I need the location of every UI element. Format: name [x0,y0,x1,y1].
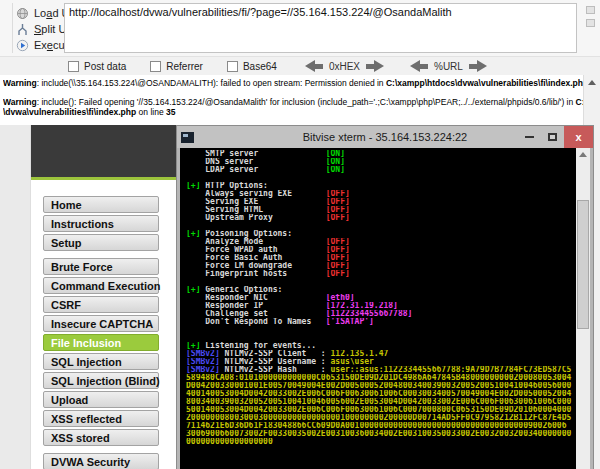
sidebar-item-sql-injection-blind-[interactable]: SQL Injection (Blind) [43,372,159,389]
sidebar-item-upload[interactable]: Upload [43,391,159,408]
sidebar-item-setup[interactable]: Setup [43,234,159,251]
sidebar-item-xss-stored[interactable]: XSS stored [43,429,159,446]
php-warning: Warning: include(\\35.164.153.224\@OSAND… [3,78,599,89]
screen: Load URL Split URL Execute http://localh… [0,0,600,469]
hex-label: 0xHEX [329,61,360,72]
sidebar-item-xss-reflected[interactable]: XSS reflected [43,410,159,427]
hex-encode-arrow-icon[interactable] [366,60,384,72]
sidebar-item-insecure-captcha[interactable]: Insecure CAPTCHA [43,315,159,332]
sidebar-item-command-execution[interactable]: Command Execution [43,277,159,294]
split-icon [16,22,29,35]
url-encode-arrow-icon[interactable] [469,60,487,72]
bitvise-xterm-window: Bitvise xterm - 35.164.153.224:22 x SMTP… [176,125,594,469]
base64-label: Base64 [243,61,277,72]
base64-option: Base64 [227,61,277,72]
textarea-scroll-up-icon[interactable] [586,6,595,14]
menu-group: DVWA Security [43,453,159,469]
base64-checkbox[interactable] [227,61,238,72]
sidebar-item-sql-injection[interactable]: SQL Injection [43,353,159,370]
play-icon [16,38,29,51]
referrer-checkbox[interactable] [150,61,161,72]
php-warnings: Warning: include(\\35.164.153.224\@OSAND… [3,78,599,126]
post-data-checkbox[interactable] [68,61,79,72]
menu-group: HomeInstructionsSetup [43,196,159,251]
hackbar-options-row: Post data Referrer Base64 0xHEX %URL [0,56,600,75]
url-input[interactable]: http://localhost/dvwa/vulnerabilities/fi… [64,3,577,53]
sidebar-item-home[interactable]: Home [43,196,159,213]
terminal-scrollbar[interactable] [576,148,590,469]
globe-icon [16,6,29,19]
dvwa-page-gutter [0,125,31,469]
referrer-label: Referrer [166,61,203,72]
php-warning: Warning: include(): Failed opening '//35… [3,97,599,118]
toolbar-divider [12,3,13,53]
minimize-button[interactable] [518,126,541,148]
sidebar-item-file-inclusion[interactable]: File Inclusion [43,334,159,351]
hex-encoder-group: 0xHEX [305,60,384,72]
hackbar-toolbar: Load URL Split URL Execute http://localh… [0,0,600,75]
url-decode-arrow-icon[interactable] [410,60,428,72]
dvwa-sidebar: HomeInstructionsSetupBrute ForceCommand … [43,196,159,469]
hex-decode-arrow-icon[interactable] [305,60,323,72]
url-encode-label: %URL [434,61,463,72]
sidebar-item-brute-force[interactable]: Brute Force [43,258,159,275]
scroll-up-arrow-icon[interactable] [588,80,596,85]
post-data-label: Post data [84,61,126,72]
window-controls: x [518,126,593,148]
maximize-button[interactable] [541,126,564,148]
post-data-option: Post data [68,61,126,72]
url-encoder-group: %URL [410,60,487,72]
sidebar-item-dvwa-security[interactable]: DVWA Security [43,453,159,469]
terminal-output: SMTP server [ON] DNS server [ON] LDAP se… [186,150,576,446]
terminal-scroll-up-icon[interactable] [579,152,587,157]
terminal-scroll-thumb[interactable] [577,200,589,329]
sidebar-item-instructions[interactable]: Instructions [43,215,159,232]
terminal-titlebar[interactable]: Bitvise xterm - 35.164.153.224:22 x [177,126,593,148]
sidebar-item-csrf[interactable]: CSRF [43,296,159,313]
terminal-client-area: SMTP server [ON] DNS server [ON] LDAP se… [180,148,590,469]
referrer-option: Referrer [150,61,203,72]
textarea-scroll-down-icon[interactable] [586,19,595,27]
menu-group: Brute ForceCommand ExecutionCSRFInsecure… [43,258,159,446]
close-button[interactable]: x [564,126,593,148]
